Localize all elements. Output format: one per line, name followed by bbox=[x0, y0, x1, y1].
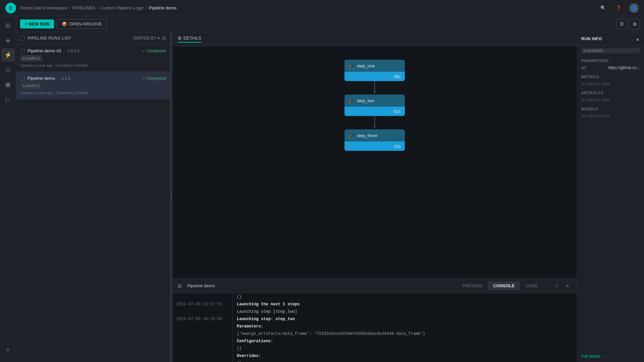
console-tabs: PREVIEW CONSOLE CODE bbox=[457, 281, 543, 290]
pipeline-visualization: 🎓 step_one ✔ 48s ▼ bbox=[172, 46, 577, 278]
console-panel: ⊞ Pipeline demo PREVIEW CONSOLE CODE ⤢ ✕ bbox=[172, 278, 577, 362]
breadcrumb-workspace[interactable]: Demo User's workspace bbox=[20, 5, 67, 10]
node-header: 🎓 step_two bbox=[344, 95, 405, 107]
nav-experiments[interactable]: ◈ bbox=[1, 34, 15, 47]
app-body: ⊞ ◈ ⚡ ◎ ▣ ▷ # + NEW RUN 📦 OPEN ARCHIVE ☰… bbox=[0, 16, 644, 362]
run-row: Pipeline demo #2 · v 0.0.2 ✓ Completed bbox=[20, 48, 166, 53]
content-area: PIPELINE RUNS LIST SORTED BY ▾ ⊟ Pipelin… bbox=[16, 32, 644, 362]
pipeline-node[interactable]: 🎓 step_three ✔ 22s bbox=[344, 129, 405, 151]
node-bar: ✔ 48s bbox=[344, 72, 405, 81]
run-item[interactable]: Pipeline demo · v 1.2 ✓ Completed EXAMPL… bbox=[16, 72, 170, 99]
param-value: https://github.co... bbox=[608, 65, 640, 70]
node-header: 🎓 step_one bbox=[344, 60, 405, 72]
status-text: Completed bbox=[147, 76, 166, 81]
console-row: {} bbox=[172, 345, 577, 352]
metrics-empty: No data to show bbox=[577, 80, 644, 87]
top-bar: C Demo User's workspace / PIPELINES / Cu… bbox=[0, 0, 644, 16]
left-nav: ⊞ ◈ ⚡ ◎ ▣ ▷ # bbox=[0, 16, 16, 362]
run-id-badge: ⊟ fee28e55 ... bbox=[581, 48, 640, 53]
filter-icon[interactable]: ⊟ bbox=[162, 36, 166, 41]
run-checkbox[interactable] bbox=[20, 76, 25, 81]
run-tags: EXAMPLE bbox=[20, 55, 166, 61]
console-message: Launching step: step_two bbox=[233, 315, 577, 323]
run-item[interactable]: Pipeline demo #2 · v 0.0.2 ✓ Completed E… bbox=[16, 44, 170, 72]
node-title: step_three bbox=[357, 133, 377, 138]
pipeline-node[interactable]: 🎓 step_one ✔ 48s bbox=[344, 60, 405, 81]
models-section-label: MODELS bbox=[577, 104, 644, 112]
run-tag: EXAMPLE bbox=[20, 55, 42, 61]
nav-models[interactable]: ◎ bbox=[1, 63, 15, 76]
grid-view-button[interactable]: ⊞ bbox=[629, 19, 640, 29]
expand-icon[interactable]: ⤢ bbox=[553, 282, 561, 290]
param-key: url bbox=[581, 65, 586, 70]
run-checkbox[interactable] bbox=[20, 49, 25, 53]
status-text: Completed bbox=[147, 49, 166, 53]
list-view-button[interactable]: ☰ bbox=[616, 19, 627, 29]
console-row: Configurations: bbox=[172, 338, 577, 345]
run-info-title: RUN INFO bbox=[581, 37, 602, 41]
full-details-link[interactable]: Full details → bbox=[577, 351, 644, 362]
console-row: Overrides: bbox=[172, 352, 577, 360]
help-icon[interactable]: ❓ bbox=[614, 3, 623, 13]
node-time: 22s bbox=[394, 144, 401, 149]
console-timestamp bbox=[172, 338, 233, 345]
console-message: Configurations: bbox=[233, 338, 577, 345]
close-icon[interactable]: ✕ bbox=[564, 282, 572, 290]
node-header: 🎓 step_three bbox=[344, 129, 405, 141]
node-bar: ✔ 22s bbox=[344, 141, 405, 151]
runs-panel-title: PIPELINE RUNS LIST bbox=[28, 36, 71, 41]
sort-button[interactable]: SORTED BY ▾ bbox=[133, 36, 160, 41]
avatar[interactable]: 👤 bbox=[629, 3, 639, 13]
connector-arrow: ▼ bbox=[373, 125, 377, 129]
console-message: {} bbox=[233, 345, 577, 352]
console-row: {} bbox=[172, 293, 577, 301]
connector-arrow: ▼ bbox=[373, 90, 377, 95]
run-info-header: RUN INFO ▲ bbox=[577, 32, 644, 46]
console-message: Overrides: bbox=[233, 352, 577, 360]
nav-slack[interactable]: # bbox=[1, 343, 15, 357]
breadcrumb: Demo User's workspace / PIPELINES / Cust… bbox=[20, 5, 176, 10]
search-icon[interactable]: 🔍 bbox=[598, 3, 608, 13]
new-run-button[interactable]: + NEW RUN bbox=[20, 19, 54, 28]
details-tab: ⊞ DETAILS bbox=[172, 32, 577, 46]
console-timestamp bbox=[172, 323, 233, 330]
run-meta: Updated a year ago · Created by ClearML bbox=[20, 91, 166, 95]
breadcrumb-pipelines[interactable]: PIPELINES bbox=[72, 5, 95, 10]
tab-console[interactable]: CONSOLE bbox=[488, 281, 520, 290]
nav-orchestration[interactable]: ▷ bbox=[1, 93, 15, 106]
console-message: Launching the next 1 steps bbox=[233, 301, 577, 308]
step-icon: 🎓 bbox=[348, 133, 354, 138]
toolbar: + NEW RUN 📦 OPEN ARCHIVE ☰ ⊞ bbox=[16, 16, 644, 32]
breadcrumb-active: Pipeline demo bbox=[149, 5, 176, 10]
panel-collapse-icon[interactable]: ▲ bbox=[635, 36, 640, 42]
run-version-sep: · bbox=[64, 49, 65, 53]
run-id-icon: ⊟ bbox=[583, 49, 586, 53]
console-body: {} 2022-07-09 18:17:51 Launching the nex… bbox=[172, 293, 577, 362]
nav-pipelines[interactable]: ⚡ bbox=[1, 48, 15, 62]
breadcrumb-section[interactable]: Custom Pipeline Logic bbox=[100, 5, 144, 10]
details-tab-label[interactable]: ⊞ DETAILS bbox=[178, 36, 201, 43]
step-icon: 🎓 bbox=[348, 98, 354, 103]
pipeline-node[interactable]: 🎓 step_two ✔ 51s bbox=[344, 95, 405, 116]
nav-dashboard[interactable]: ⊞ bbox=[1, 19, 15, 32]
console-timestamp bbox=[172, 360, 233, 362]
metrics-section-label: METRICS bbox=[577, 71, 644, 80]
console-header: ⊞ Pipeline demo PREVIEW CONSOLE CODE ⤢ ✕ bbox=[172, 279, 577, 293]
nav-datasets[interactable]: ▣ bbox=[1, 78, 15, 91]
tab-preview[interactable]: PREVIEW bbox=[457, 281, 488, 290]
console-message: Parameters: bbox=[233, 323, 577, 330]
node-title: step_one bbox=[357, 63, 375, 68]
console-timestamp bbox=[172, 330, 233, 338]
sort-label: SORTED BY bbox=[133, 36, 156, 41]
run-info-panel: RUN INFO ▲ ⊟ fee28e55 ... PARAMETERS url… bbox=[577, 32, 644, 362]
select-all-checkbox[interactable] bbox=[20, 36, 25, 41]
pipeline-canvas: ⊞ DETAILS 🎓 step_one bbox=[172, 32, 577, 362]
details-tab-text: DETAILS bbox=[183, 36, 201, 41]
tab-code[interactable]: CODE bbox=[520, 281, 543, 290]
param-row: url https://github.co... bbox=[577, 64, 644, 71]
open-archive-button[interactable]: 📦 OPEN ARCHIVE bbox=[57, 19, 107, 29]
console-timestamp: 2022-07-09 18:17:51 bbox=[172, 301, 233, 308]
console-message: {'kwargs_artifacts/data_frame': 'f2292e2… bbox=[233, 330, 577, 338]
run-id-text: fee28e55 ... bbox=[587, 49, 607, 53]
console-row: 2022-07-09 18:17:51 Launching the next 1… bbox=[172, 301, 577, 308]
